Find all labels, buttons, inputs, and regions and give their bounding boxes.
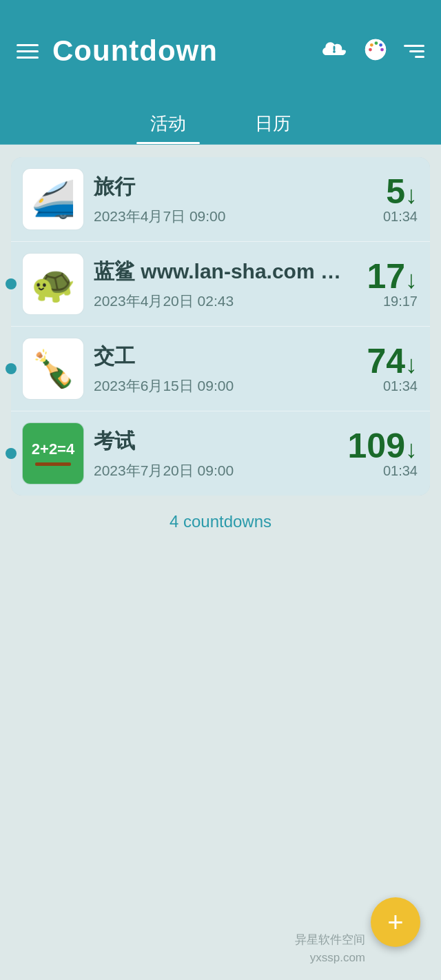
- svg-point-4: [370, 43, 373, 47]
- card-date-1: 2023年4月7日 09:00: [94, 207, 373, 226]
- card-title-4: 考试: [94, 427, 338, 456]
- countdown-list: 🚄 旅行 2023年4月7日 09:00 5↓ 01:34 🐢 蓝鲨 www.l…: [11, 157, 430, 496]
- svg-point-3: [369, 48, 372, 52]
- svg-rect-1: [334, 46, 336, 51]
- cloud-alert-icon[interactable]: [321, 41, 347, 61]
- card-title-3: 交工: [94, 343, 357, 371]
- card-dot-2: [6, 278, 17, 289]
- card-emoji-1: 🚄: [22, 168, 84, 230]
- card-countdown-4: 109↓ 01:34: [348, 429, 418, 479]
- tab-active[interactable]: 活动: [136, 102, 200, 144]
- card-dot-4: [6, 448, 17, 459]
- app-header: Countdown: [0, 0, 441, 102]
- countdown-card-3[interactable]: 🍾 交工 2023年6月15日 09:00 74↓ 01:34: [11, 327, 430, 411]
- svg-point-7: [380, 48, 384, 52]
- card-info-2: 蓝鲨 www.lan-sha.com … 2023年4月20日 02:43: [84, 258, 367, 311]
- card-days-2: 17↓: [367, 259, 418, 294]
- countdown-card-1[interactable]: 🚄 旅行 2023年4月7日 09:00 5↓ 01:34: [11, 157, 430, 242]
- card-title-1: 旅行: [94, 173, 373, 201]
- card-time-3: 01:34: [367, 378, 418, 394]
- card-time-2: 19:17: [367, 294, 418, 309]
- card-dot-3: [6, 363, 17, 374]
- watermark: 异星软件空间 yxssp.com: [295, 931, 365, 966]
- add-countdown-button[interactable]: +: [371, 897, 420, 947]
- svg-point-5: [375, 41, 378, 45]
- card-countdown-3: 74↓ 01:34: [367, 344, 418, 394]
- card-days-4: 109↓: [348, 429, 418, 463]
- countdown-card-2[interactable]: 🐢 蓝鲨 www.lan-sha.com … 2023年4月20日 02:43 …: [11, 242, 430, 327]
- card-time-1: 01:34: [383, 209, 418, 225]
- palette-icon[interactable]: [362, 37, 389, 65]
- card-countdown-2: 17↓ 19:17: [367, 259, 418, 309]
- countdown-card-4[interactable]: 2+2=4 考试 2023年7月20日 09:00 109↓ 01:34: [11, 411, 430, 496]
- card-info-3: 交工 2023年6月15日 09:00: [84, 343, 367, 396]
- card-days-1: 5↓: [383, 174, 418, 209]
- card-date-2: 2023年4月20日 02:43: [94, 292, 357, 311]
- main-content: 🚄 旅行 2023年4月7日 09:00 5↓ 01:34 🐢 蓝鲨 www.l…: [0, 145, 441, 980]
- card-countdown-1: 5↓ 01:34: [383, 174, 418, 225]
- card-title-2: 蓝鲨 www.lan-sha.com …: [94, 258, 357, 286]
- svg-point-6: [379, 43, 382, 47]
- card-time-4: 01:34: [348, 463, 418, 479]
- svg-point-0: [333, 50, 336, 53]
- tab-calendar[interactable]: 日历: [241, 102, 305, 144]
- card-emoji-2: 🐢: [22, 253, 84, 315]
- app-title: Countdown: [52, 34, 218, 68]
- header-right-group: [321, 37, 424, 65]
- card-info-1: 旅行 2023年4月7日 09:00: [84, 173, 383, 226]
- card-date-4: 2023年7月20日 09:00: [94, 461, 338, 480]
- filter-icon[interactable]: [404, 45, 424, 58]
- card-info-4: 考试 2023年7月20日 09:00: [84, 427, 348, 480]
- tab-bar: 活动 日历: [0, 102, 441, 145]
- card-emoji-3: 🍾: [22, 338, 84, 400]
- card-date-3: 2023年6月15日 09:00: [94, 376, 357, 396]
- header-left-group: Countdown: [17, 34, 218, 68]
- card-days-3: 74↓: [367, 344, 418, 378]
- hamburger-icon[interactable]: [17, 44, 39, 59]
- countdown-summary: 4 countdowns: [11, 496, 430, 542]
- card-emoji-4: 2+2=4: [22, 422, 84, 484]
